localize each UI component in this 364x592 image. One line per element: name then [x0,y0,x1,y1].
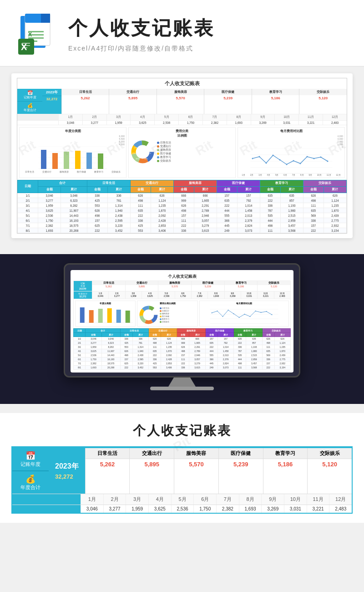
svg-text:16%: 16% [144,158,148,160]
table-row: 7/12,38218,5756253,2204252,8532223,27944… [18,223,347,228]
mini-sheet-1: 个人收支记账表 📅 记账年度 💰 年度合计 2023年 32,272 [17,78,347,234]
svg-rect-59 [116,310,121,323]
svg-point-49 [293,160,294,162]
svg-point-84 [266,311,267,312]
svg-rect-56 [89,310,94,323]
donut-chart-box: 费用分类比例图 17% 18% 17% 16% [128,127,236,178]
svg-rect-23 [86,153,92,169]
large-total-cell: 💰 年度合计 [12,471,49,494]
cat-fashion: 服饰美容 5,570 [157,89,204,114]
svg-point-79 [238,317,239,318]
svg-text:17%: 17% [134,147,137,149]
donut-area: 17% 18% 17% 16% 16% 16% 日常生活 交通出行 服饰美容 医… [130,139,234,164]
monitor-months: 年度合计32,272 1月3,046 2月3,277 3月1,959 4月3,6… [73,291,291,299]
svg-point-75 [217,311,217,311]
svg-point-68 [144,311,153,320]
large-month-row: 1月 2月 3月 4月 5月 6月 7月 8月 9月 10月 11月 12月 [12,494,352,505]
cat-social: 交际娱乐 5,120 [299,89,347,114]
large-sheet: 📅 记账年度 💰 年度合计 2023年 32,272 日常生活 5,262 [11,446,353,514]
large-cat-health: 医疗保健 5,239 [218,448,263,494]
sheet-header: 📅 记账年度 💰 年度合计 2023年 32,272 日常生活 5,262 交通… [17,89,347,114]
large-year: 2023年 32,272 [49,448,85,494]
table-row: 1/13,0463,046336336626626666666157157635… [18,193,347,198]
bottom-section: 个人收支记账表 📅 记账年度 💰 年度合计 2023年 32,272 [0,413,364,523]
svg-rect-12 [22,45,30,46]
svg-rect-57 [98,309,103,323]
svg-rect-11 [22,43,30,44]
year-display: 2023年 [42,89,61,96]
svg-point-80 [244,314,245,315]
svg-point-52 [313,158,315,159]
table-row: 4/13,62511,9076261,9406351,8704982,78944… [18,208,347,213]
monitor-table-row: 1/13,0463,046336336626626666666157157635… [74,337,291,341]
data-table: 日期 合计 日常生活 交通出行 服饰美容 医疗保健 教育学习 交际娱乐 金额累计… [17,180,347,233]
svg-rect-6 [28,34,44,36]
table-row: 2/13,2776,3234257614981,1249991,66563579… [18,198,347,203]
table-row: 5/12,53614,4434982,4382222,0921572,94655… [18,213,347,218]
charts-row: 年度分类图 6,0005,5005,0004,500 [17,125,347,180]
large-cat-transport: 交通出行 5,895 [129,448,174,494]
large-record-cell: 📅 记账年度 [12,448,49,471]
monitor-table-row: 5/12,53614,4434982,4382222,0921572,94655… [74,353,291,357]
page-title: 个人收支记账表 [68,15,215,41]
cat-daily: 日常生活 5,262 [61,89,109,114]
svg-point-82 [255,311,256,311]
svg-rect-60 [126,311,130,323]
monitor-stand [168,378,196,387]
cat-education: 教育学习 5,186 [252,89,299,114]
page-subtitle: Excel/A4打印/内容随意修改/自带格式 [68,45,215,53]
monitor-table-row: 7/12,38218,5756253,2204252,8532223,27944… [74,362,291,366]
monitor-table-row: 2/13,2776,3234257614981,1249991,66563579… [74,341,291,345]
svg-point-46 [273,155,274,156]
svg-text:17%: 17% [147,152,151,154]
monitor-sheet-title: 个人收支记账表 [73,273,291,281]
svg-text:16%: 16% [136,158,139,160]
bar-chart-box: 年度分类图 6,0005,5005,0004,500 [19,127,126,178]
svg-text:18%: 18% [146,147,149,149]
svg-point-48 [286,164,288,165]
cat-health: 医疗保健 5,239 [204,89,252,114]
monitor-section: 个人收支记账表 记账年度2023年 日常生活5,262 交通出行5,895 服饰… [0,254,364,404]
donut-svg: 17% 18% 17% 16% 16% 16% [130,139,155,164]
large-month-values-row: 3,046 3,277 1,959 3,625 2,536 1,750 2,38… [12,505,352,513]
line-chart-title: 每月费用对比图 [239,129,343,133]
table-row: 6/11,75016,1931572,5953362,4281113,05736… [18,218,347,223]
table-row: 3/11,9598,2825531,3141111,2356262,291222… [18,203,347,208]
svg-point-85 [271,314,272,315]
monitor-data-table: 日期 合计 日常生活 交通出行 服饰美容 医疗保健 教育学习 交际娱乐 金额 累… [73,328,291,370]
separator-2 [0,404,364,413]
table-row: 8/11,69320,2682223,4525533,4063363,61524… [18,228,347,233]
donut-legend: 日常生活 交通出行 服饰美容 医疗保健 教育学习 交际娱乐 [157,141,171,163]
line-chart-box: 每月费用对比图 4,0003,0002,0001,0000 [238,127,345,178]
monitor-stand-group [150,378,214,390]
separator-1 [0,245,364,254]
month-values-row: 3,046 3,277 1,959 3,625 2,536 1,750 2,38… [17,120,347,125]
bottom-title: 个人收支记账表 [11,422,353,439]
monitor-table-row: 4/13,62511,9076261,9406351,8704982,78944… [74,349,291,353]
monitor-table-row: 3/11,9598,2825531,3141111,2356262,291222… [74,345,291,349]
svg-rect-21 [64,152,69,169]
svg-rect-7 [28,37,44,39]
bar-chart-title: 年度分类图 [21,129,125,133]
year-total-cell: 💰 年度合计 [17,102,42,114]
svg-point-78 [233,313,234,314]
bar-chart-svg [21,146,125,169]
record-year-cell: 📅 记账年度 [17,89,42,102]
monitor-header: 记账年度2023年 日常生活5,262 交通出行5,895 服饰美容5,570 … [73,281,291,291]
large-cat-daily: 日常生活 5,262 [85,448,130,494]
line-chart-svg [239,148,343,174]
hero-section: X X 个人收支记账表 Excel/A4打印/内容随意修改/自带格式 [0,0,364,66]
monitor-charts: 年度分类图 费用分类比例图 [73,299,291,328]
preview-card-1: 个人收支记账表 📅 记账年度 💰 年度合计 2023年 32,272 [11,73,353,238]
large-cat-education: 教育学习 5,186 [263,448,308,494]
donut-chart-title: 费用分类比例图 [130,129,234,138]
month-header-row: 1月 2月 3月 4月 5月 6月 7月 8月 9月 10月 11月 12月 [17,114,347,120]
svg-point-74 [211,312,212,313]
svg-rect-58 [107,308,112,323]
svg-point-83 [260,312,261,313]
monitor-table-row: 8/11,69320,2682223,4525533,4063363,61524… [74,366,291,370]
monitor-screen: 个人收支记账表 记账年度2023年 日常生活5,262 交通出行5,895 服饰… [71,270,293,373]
svg-rect-13 [22,47,27,48]
large-cat-social: 交际娱乐 5,120 [307,448,352,494]
excel-icon: X X [18,14,55,55]
